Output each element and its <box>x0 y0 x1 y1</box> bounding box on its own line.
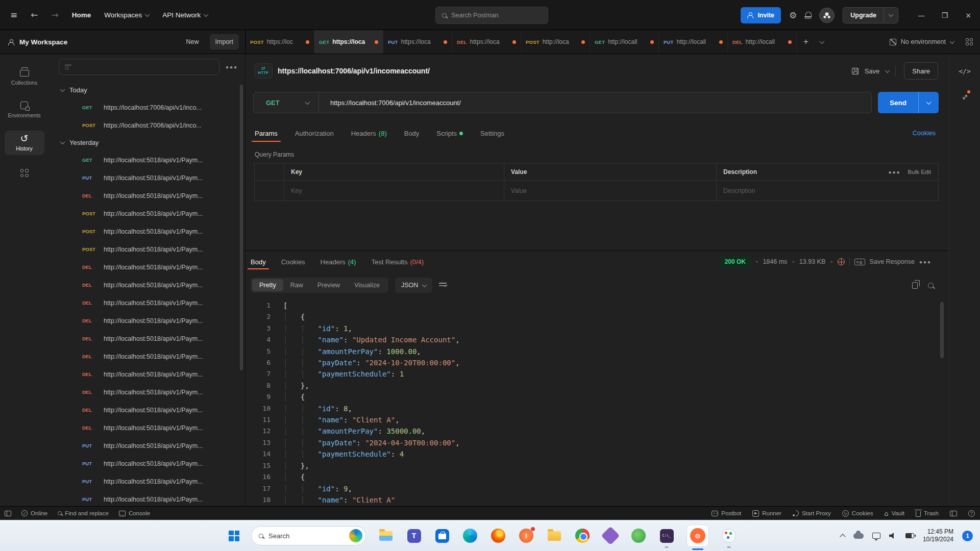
cookies-link[interactable]: Cookies <box>913 130 936 137</box>
response-tab-body[interactable]: Body <box>251 251 266 272</box>
flows-icon[interactable] <box>20 169 29 177</box>
view-preview[interactable]: Preview <box>310 279 347 291</box>
history-item[interactable]: DELhttp://localhost:5018/api/v1/Paym... <box>48 312 245 330</box>
find-and-replace[interactable]: Find and replace <box>58 510 109 516</box>
history-item[interactable]: POSThttp://localhost:5018/api/v1/Paym... <box>48 240 245 258</box>
console-button[interactable]: ›_Console <box>119 510 150 516</box>
online-status[interactable]: ✓Online <box>21 510 47 516</box>
visual-studio-icon[interactable] <box>602 528 619 544</box>
history-item[interactable]: DELhttp://localhost:5018/api/v1/Paym... <box>48 258 245 276</box>
history-item[interactable]: DELhttp://localhost:5018/api/v1/Paym... <box>48 276 245 294</box>
teams-icon[interactable]: T <box>406 528 422 544</box>
save-button[interactable]: Save <box>865 67 880 75</box>
sidebar-item-collections[interactable]: Collections <box>5 63 44 89</box>
method-select[interactable]: GET <box>254 92 319 113</box>
maximize-button[interactable]: ❐ <box>933 0 957 30</box>
edge-icon[interactable] <box>462 528 478 544</box>
postbot-button[interactable]: Postbot <box>712 510 741 516</box>
upgrade-dropdown[interactable] <box>884 8 898 23</box>
tab-settings[interactable]: Settings <box>480 121 504 145</box>
vault-button[interactable]: ⌂Vault <box>884 510 904 516</box>
open-tab[interactable]: DELhttps://loca <box>452 30 521 54</box>
new-button[interactable]: New <box>181 34 205 49</box>
description-input[interactable]: Description <box>717 181 938 201</box>
open-tab[interactable]: POSThttps://loc <box>246 30 314 54</box>
chrome-icon[interactable] <box>574 528 591 544</box>
minimize-button[interactable]: — <box>910 0 933 30</box>
alert-app-icon[interactable]: ! <box>518 528 534 544</box>
history-section-header[interactable]: Yesterday <box>48 134 245 151</box>
volume-icon[interactable] <box>889 533 897 539</box>
history-item[interactable]: PUThttp://localhost:5018/api/v1/Paym... <box>48 169 245 187</box>
key-input[interactable]: Key <box>284 181 504 201</box>
search-response-icon[interactable] <box>928 283 934 288</box>
sidebar-item-history[interactable]: ↺ History <box>5 131 44 155</box>
response-more-icon[interactable]: ●●● <box>919 259 932 265</box>
new-tab-button[interactable]: + <box>797 30 815 54</box>
send-dropdown[interactable] <box>918 92 939 113</box>
history-item[interactable]: POSThttps://localhost:7006/api/v1/inco..… <box>48 116 245 134</box>
cookies-button[interactable]: Cookies <box>842 510 873 517</box>
taskbar-clock[interactable]: 12:45 PM 10/19/2024 <box>923 528 953 543</box>
save-response-button[interactable]: Save Response <box>870 258 915 265</box>
history-filter-input[interactable] <box>59 59 219 75</box>
network-warning-icon[interactable] <box>838 258 845 265</box>
notification-center-badge[interactable]: 1 <box>962 531 973 541</box>
value-input[interactable]: Value <box>504 181 717 201</box>
history-item[interactable]: DELhttp://localhost:5018/api/v1/Paym... <box>48 330 245 347</box>
tab-scripts[interactable]: Scripts <box>436 121 463 145</box>
tab-headers[interactable]: Headers(8) <box>351 121 387 145</box>
postman-taskbar-icon[interactable]: ⊙ <box>687 524 709 547</box>
tab-body[interactable]: Body <box>404 121 420 145</box>
file-explorer-icon[interactable] <box>378 528 394 544</box>
row-select-column[interactable] <box>255 164 284 180</box>
history-item[interactable]: DELhttp://localhost:5018/api/v1/Paym... <box>48 347 245 365</box>
wrap-text-icon[interactable] <box>439 282 447 288</box>
close-button[interactable]: × <box>957 0 980 30</box>
help-icon[interactable]: ? <box>968 510 975 517</box>
folder-icon[interactable] <box>546 528 562 544</box>
url-input[interactable]: https://localhost:7006/api/v1/incomeacco… <box>319 99 461 107</box>
terminal-icon[interactable]: C:\_ <box>658 528 675 544</box>
onedrive-icon[interactable] <box>853 533 864 539</box>
runner-button[interactable]: ▶Runner <box>752 510 781 517</box>
history-item[interactable]: POSThttp://localhost:5018/api/v1/Paym... <box>48 205 245 222</box>
history-item[interactable]: PUThttp://localhost:5018/api/v1/Paym... <box>48 472 245 490</box>
trash-button[interactable]: Trash <box>916 510 939 517</box>
green-app-icon[interactable] <box>630 528 647 544</box>
invite-button[interactable]: Invite <box>741 7 781 23</box>
start-proxy-button[interactable]: Start Proxy <box>793 510 831 516</box>
battery-icon[interactable] <box>905 533 914 538</box>
send-button[interactable]: Send <box>878 92 939 113</box>
history-item[interactable]: GEThttp://localhost:5018/api/v1/Paym... <box>48 151 245 169</box>
copy-icon[interactable] <box>912 282 918 289</box>
open-tab[interactable]: DELhttp://locall <box>728 30 797 54</box>
environment-chevron[interactable] <box>950 39 955 44</box>
toggle-sidebar-icon[interactable] <box>5 511 11 516</box>
import-button[interactable]: Import <box>210 34 239 49</box>
response-scrollbar[interactable] <box>940 302 944 358</box>
open-tab[interactable]: GEThttp://locall <box>590 30 659 54</box>
history-item[interactable]: PUThttp://localhost:5018/api/v1/Paym... <box>48 437 245 455</box>
response-tab-cookies[interactable]: Cookies <box>281 251 305 272</box>
tray-expand-icon[interactable] <box>840 534 845 539</box>
tab-authorization[interactable]: Authorization <box>295 121 334 145</box>
history-item[interactable]: PUThttp://localhost:5018/api/v1/Paym... <box>48 490 245 506</box>
response-time[interactable]: 1846 ms <box>763 258 787 265</box>
network-icon[interactable] <box>872 533 880 539</box>
history-item[interactable]: GEThttps://localhost:7006/api/v1/inco... <box>48 98 245 116</box>
save-dropdown-chevron[interactable] <box>885 68 890 73</box>
sidebar-scrollbar[interactable] <box>240 85 243 370</box>
avatar[interactable] <box>819 8 835 23</box>
history-item[interactable]: DELhttp://localhost:5018/api/v1/Paym... <box>48 365 245 383</box>
history-item[interactable]: POSThttp://localhost:5018/api/v1/Paym... <box>48 222 245 240</box>
code-snippet-icon[interactable]: </> <box>959 67 970 75</box>
paint-icon[interactable] <box>721 528 737 544</box>
settings-gear-icon[interactable]: ⚙ <box>789 10 797 20</box>
history-item[interactable]: DELhttp://localhost:5018/api/v1/Paym... <box>48 294 245 312</box>
history-item[interactable]: DELhttp://localhost:5018/api/v1/Paym... <box>48 401 245 419</box>
history-more-icon[interactable]: ●●● <box>226 64 238 70</box>
workspace-name[interactable]: My Workspace <box>19 38 67 46</box>
bulk-edit-button[interactable]: Bulk Edit <box>908 169 931 175</box>
history-item[interactable]: DELhttp://localhost:5018/api/v1/Paym... <box>48 419 245 437</box>
